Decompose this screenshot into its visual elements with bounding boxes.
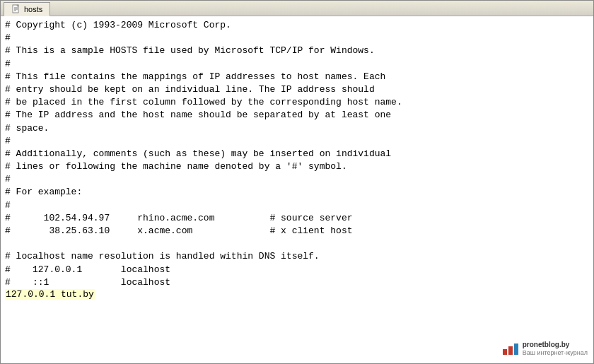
window: hosts # Copyright (c) 1993-2009 Microsof… (0, 0, 594, 364)
watermark: pronetblog.by Ваш интернет-журнал (503, 340, 588, 358)
bar3 (514, 344, 518, 355)
watermark-desc: Ваш интернет-журнал (523, 349, 588, 358)
bar1 (503, 349, 507, 355)
bar2 (508, 346, 513, 355)
content-area: # Copyright (c) 1993-2009 Microsoft Corp… (1, 16, 593, 363)
file-content: # Copyright (c) 1993-2009 Microsoft Corp… (5, 19, 589, 289)
watermark-bars (503, 344, 518, 355)
tab-hosts[interactable]: hosts (4, 2, 50, 16)
title-bar: hosts (1, 1, 593, 16)
svg-rect-1 (17, 5, 18, 6)
last-line: 127.0.0.1 tut.by (5, 289, 95, 300)
watermark-site: pronetblog.by (523, 340, 588, 349)
tab-label: hosts (24, 5, 42, 13)
watermark-text: pronetblog.by Ваш интернет-журнал (523, 340, 588, 358)
last-line-container: 127.0.0.1 tut.by (5, 289, 589, 300)
file-icon (11, 4, 21, 14)
